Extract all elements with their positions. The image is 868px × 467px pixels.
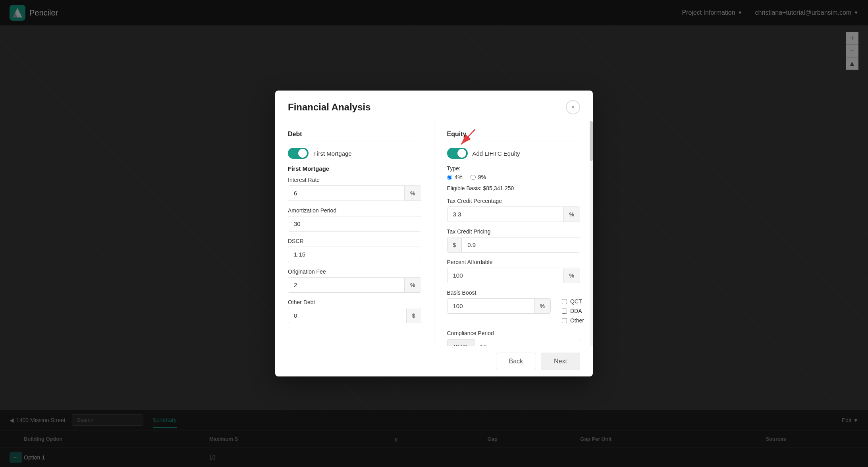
dda-label: DDA [570,308,582,314]
basis-boost-input-wrapper: % [447,298,551,314]
compliance-period-group: Compliance Period Years [447,330,581,346]
toggle-knob [298,149,307,158]
next-button[interactable]: Next [541,353,580,370]
compliance-period-row: Years [447,339,581,346]
type-label: Type: [447,165,581,172]
dscr-label: DSCR [288,238,421,244]
other-debt-input-wrapper: $ [288,308,421,323]
first-mortgage-label: First Mortgage [288,165,421,172]
origination-fee-input-wrapper: % [288,277,421,293]
debt-section-title: Debt [288,131,421,141]
tax-credit-pct-unit: % [563,207,580,222]
interest-rate-input[interactable] [288,186,404,201]
financial-analysis-modal: Financial Analysis × Debt First Mortgage… [275,91,593,376]
tax-credit-pct-input-wrapper: % [447,206,581,222]
other-debt-group: Other Debt $ [288,299,421,323]
percent-affordable-input-wrapper: % [447,268,581,283]
amortization-group: Amortization Period [288,207,421,232]
tax-credit-pricing-group: Tax Credit Pricing $ [447,228,581,253]
equity-section-title: Equity [447,131,581,141]
percent-affordable-group: Percent Affordable % [447,259,581,283]
other-option[interactable]: Other [562,317,584,324]
equity-column: Equity [434,121,593,346]
amortization-label: Amortization Period [288,207,421,214]
dda-checkbox[interactable] [562,309,567,314]
tax-credit-pricing-label: Tax Credit Pricing [447,228,581,235]
scrollbar-thumb [590,121,593,161]
interest-rate-group: Interest Rate % [288,177,421,201]
debt-column: Debt First Mortgage First Mortgage Inter… [275,121,434,346]
type-9-radio[interactable] [471,175,476,180]
other-debt-label: Other Debt [288,299,421,305]
origination-fee-unit: % [404,278,420,292]
lihtc-toggle[interactable] [447,148,468,159]
basis-boost-group: Basis Boost % QCT [447,289,581,324]
percent-affordable-label: Percent Affordable [447,259,581,265]
lihtc-row: Add LIHTC Equity [447,148,581,159]
close-modal-button[interactable]: × [566,100,580,114]
type-9-option[interactable]: 9% [471,174,486,180]
lihtc-toggle-label: Add LIHTC Equity [473,150,520,157]
modal-header: Financial Analysis × [275,91,593,121]
type-4-option[interactable]: 4% [447,174,463,180]
tax-credit-pricing-input[interactable] [462,237,580,252]
interest-rate-unit: % [404,186,420,201]
interest-rate-label: Interest Rate [288,177,421,183]
modal-footer: Back Next [275,346,593,376]
modal-title: Financial Analysis [288,102,371,113]
dscr-input-wrapper [288,247,421,262]
qct-checkbox[interactable] [562,299,567,304]
origination-fee-input[interactable] [288,278,404,292]
qct-label: QCT [570,298,582,305]
amortization-input[interactable] [288,216,421,231]
type-9-label: 9% [478,174,486,180]
eligible-basis: Eligible Basis: $85,341,250 [447,185,581,191]
scrollbar-track [590,121,593,346]
dscr-input[interactable] [288,247,421,262]
back-button[interactable]: Back [496,353,536,370]
lihtc-toggle-knob [457,149,466,158]
tax-credit-pricing-unit: $ [448,238,462,252]
basis-boost-input-area: % [447,298,551,314]
percent-affordable-unit: % [563,268,580,283]
compliance-period-label: Compliance Period [447,330,581,336]
type-4-label: 4% [455,174,463,180]
basis-boost-unit: % [534,299,550,313]
amortization-input-wrapper [288,216,421,232]
other-label: Other [570,317,584,324]
type-4-radio[interactable] [447,175,452,180]
other-debt-unit: $ [406,309,421,323]
tax-credit-pct-input[interactable] [448,207,563,222]
years-label: Years [454,343,468,346]
first-mortgage-toggle[interactable] [288,148,309,159]
type-group: Type: 4% 9% [447,165,581,180]
close-icon: × [571,104,575,111]
tax-credit-pct-group: Tax Credit Percentage % [447,198,581,222]
other-checkbox[interactable] [562,318,567,323]
years-button[interactable]: Years [447,339,475,346]
compliance-input[interactable] [475,339,580,346]
lihtc-toggle-row: Add LIHTC Equity [447,148,581,159]
other-debt-input[interactable] [288,308,406,323]
qct-option[interactable]: QCT [562,298,584,305]
origination-fee-group: Origination Fee % [288,268,421,293]
basis-boost-label: Basis Boost [447,289,581,296]
tax-credit-pct-label: Tax Credit Percentage [447,198,581,204]
interest-rate-input-wrapper: % [288,185,421,201]
modal-overlay: Financial Analysis × Debt First Mortgage… [0,0,868,467]
basis-boost-checkboxes: QCT DDA Other [562,298,584,324]
basis-boost-row: % QCT DDA [447,298,581,324]
dda-option[interactable]: DDA [562,308,584,314]
first-mortgage-toggle-row: First Mortgage [288,148,421,159]
tax-credit-pricing-input-wrapper: $ [447,237,581,253]
modal-body: Debt First Mortgage First Mortgage Inter… [275,121,593,346]
percent-affordable-input[interactable] [448,268,563,283]
type-radio-group: 4% 9% [447,174,581,180]
dscr-group: DSCR [288,238,421,262]
origination-fee-label: Origination Fee [288,268,421,275]
first-mortgage-toggle-label: First Mortgage [313,150,352,157]
basis-boost-input[interactable] [448,299,534,313]
